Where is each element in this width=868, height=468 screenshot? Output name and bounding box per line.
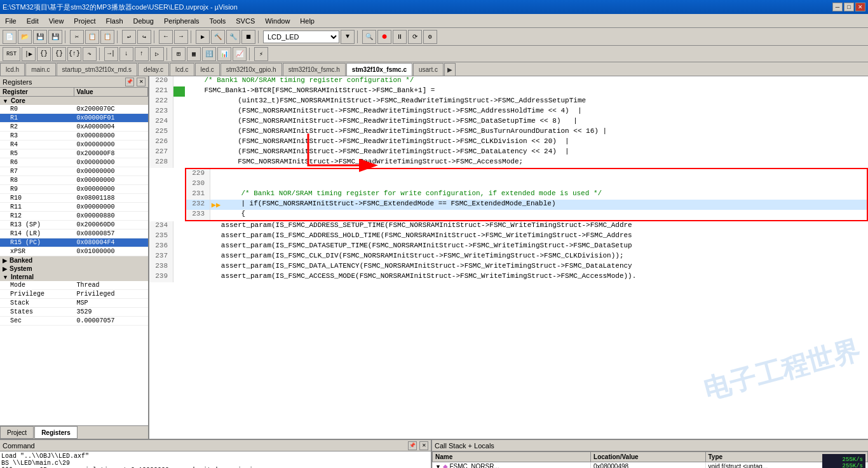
- speed-gauge-container: 255K/s 255K/s 73%: [822, 454, 865, 468]
- registers-pin-btn[interactable]: 📌: [125, 78, 134, 86]
- maximize-button[interactable]: □: [844, 3, 854, 11]
- cut-btn[interactable]: ✂: [70, 30, 84, 44]
- menu-file[interactable]: File: [0, 16, 22, 26]
- pause-btn[interactable]: ⏸: [393, 30, 407, 44]
- build-btn[interactable]: 🔨: [211, 30, 225, 44]
- menu-window[interactable]: Window: [260, 16, 295, 26]
- tb2-btn4[interactable]: {↑}: [67, 47, 81, 61]
- tb2-btn6[interactable]: ⊞: [172, 47, 186, 61]
- line-marker-235: [173, 231, 185, 242]
- stop-btn[interactable]: ⏹: [241, 30, 255, 44]
- line-content-239: assert_param(IS_FSMC_ACCESS_MODE(FSMC_NO…: [185, 272, 868, 282]
- paste-btn[interactable]: 📋: [100, 30, 114, 44]
- redo-btn[interactable]: ↪: [137, 30, 151, 44]
- save-btn[interactable]: 💾: [33, 30, 47, 44]
- tab-gpio[interactable]: stm32f10x_gpio.h: [220, 63, 282, 76]
- menu-tools[interactable]: Tools: [205, 16, 231, 26]
- tab-lcdh[interactable]: lcd.h: [0, 63, 25, 76]
- new-btn[interactable]: 📄: [3, 30, 17, 44]
- step-into-btn[interactable]: ↓: [119, 47, 133, 61]
- menu-project[interactable]: Project: [69, 16, 100, 26]
- expand-icon-fsmc1[interactable]: ▼: [435, 464, 441, 468]
- settings-btn[interactable]: ⚙: [423, 30, 437, 44]
- command-pin-btn[interactable]: 📌: [408, 441, 417, 450]
- tab-startup[interactable]: startup_stm32f10x_md.s: [57, 63, 138, 76]
- tb2-btn11[interactable]: ⚡: [254, 47, 268, 61]
- callstack-content[interactable]: Name Location/Value Type ▼ ◆ FSMC_NORSR.…: [432, 451, 868, 468]
- reg-r14-value: 0x08000857: [74, 230, 149, 238]
- tb2-btn9[interactable]: 📊: [217, 47, 231, 61]
- tb2-btn10[interactable]: 📈: [233, 47, 247, 61]
- reg-col-name: Register: [0, 88, 74, 96]
- tb2-btn5[interactable]: ↷: [83, 47, 97, 61]
- menu-help[interactable]: Help: [295, 16, 320, 26]
- line-marker-233: [210, 210, 222, 220]
- reg-group-system[interactable]: ▶ System: [0, 265, 148, 273]
- tab-lcdc[interactable]: lcd.c: [170, 63, 194, 76]
- tab-ledc[interactable]: led.c: [195, 63, 220, 76]
- close-button[interactable]: ✕: [855, 3, 865, 11]
- target-options-btn[interactable]: ▼: [341, 30, 355, 44]
- debug-btn[interactable]: ▶: [196, 30, 210, 44]
- rst-btn[interactable]: RST: [3, 47, 20, 61]
- reg-r15-value: 0x080004F4: [74, 238, 149, 247]
- tab-usart[interactable]: usart.c: [413, 63, 444, 76]
- save-all-btn[interactable]: 💾: [48, 30, 62, 44]
- tb2-btn8[interactable]: 🔢: [202, 47, 216, 61]
- run-to-cursor-btn[interactable]: ▷: [150, 47, 164, 61]
- tab-fsmcc[interactable]: stm32f10x_fsmc.c: [346, 63, 412, 76]
- tab-project[interactable]: Project: [0, 426, 34, 439]
- registers-panel: Registers 📌 ✕ Register Value ▼ Core R0 0…: [0, 76, 149, 439]
- reg-group-core[interactable]: ▼ Core: [0, 97, 148, 105]
- editor-area[interactable]: 220 /* Bank1 NOR/SRAM timing register co…: [149, 76, 868, 439]
- line-content-221: FSMC_Bank1->BTCR[FSMC_NORSRAMInitStruct-…: [185, 86, 868, 97]
- tab-fsmch[interactable]: stm32f10x_fsmc.h: [283, 63, 346, 76]
- reg-mode-name: Mode: [0, 281, 74, 289]
- reg-group-internal[interactable]: ▼ Internal: [0, 273, 148, 281]
- command-content[interactable]: Load "..\\OBJ\\LED.axf" BS \\LED\main.c\…: [0, 451, 431, 468]
- line-num-231: 231: [186, 189, 210, 200]
- code-line-229: 229: [186, 169, 867, 179]
- step-out-btn[interactable]: ↑: [135, 47, 149, 61]
- open-btn[interactable]: 📂: [18, 30, 32, 44]
- tb2-sep2: [166, 48, 169, 60]
- menu-svcs[interactable]: SVCS: [231, 16, 260, 26]
- undo-btn[interactable]: ↩: [122, 30, 136, 44]
- line-num-239: 239: [149, 272, 173, 282]
- reset-btn[interactable]: ⟳: [408, 30, 422, 44]
- command-title-bar: Command 📌 ✕: [0, 440, 431, 451]
- step-over-btn[interactable]: →|: [104, 47, 118, 61]
- sep4: [191, 31, 193, 43]
- rebuild-btn[interactable]: 🔧: [226, 30, 240, 44]
- menu-edit[interactable]: Edit: [22, 16, 44, 26]
- tab-more[interactable]: ▶: [444, 63, 456, 76]
- tab-registers[interactable]: Registers: [34, 426, 78, 439]
- tb2-btn1[interactable]: |▶: [22, 47, 36, 61]
- registers-close-btn[interactable]: ✕: [137, 78, 146, 86]
- search-btn[interactable]: 🔍: [362, 30, 376, 44]
- tab-mainc[interactable]: main.c: [25, 63, 55, 76]
- tb2-btn3[interactable]: {}: [52, 47, 66, 61]
- menu-view[interactable]: View: [44, 16, 69, 26]
- line-content-231: /* Bank1 NOR/SRAM timing register for wr…: [222, 189, 867, 200]
- banked-group-label: Banked: [10, 257, 32, 264]
- minimize-button[interactable]: ─: [832, 3, 843, 11]
- diamond-fsmc1: ◆: [443, 463, 448, 468]
- code-line-225: 225 (FSMC_NORSRAMInitStruct->FSMC_ReadWr…: [149, 127, 868, 137]
- line-marker-236: [173, 242, 185, 252]
- tab-delay[interactable]: delay.c: [138, 63, 169, 76]
- menu-flash[interactable]: Flash: [101, 16, 128, 26]
- tb2-btn7[interactable]: ▦: [187, 47, 201, 61]
- command-close-btn[interactable]: ✕: [419, 441, 428, 450]
- run-btn[interactable]: ●: [377, 30, 391, 44]
- reg-group-banked[interactable]: ▶ Banked: [0, 256, 148, 265]
- copy-btn[interactable]: 📋: [85, 30, 99, 44]
- reg-row-r0: R0 0x2000070C: [0, 105, 148, 114]
- menu-debug[interactable]: Debug: [128, 16, 159, 26]
- target-selector[interactable]: LCD_LED: [263, 31, 339, 43]
- nav-fwd-btn[interactable]: →: [174, 30, 188, 44]
- line-num-220: 220: [149, 76, 173, 86]
- tb2-btn2[interactable]: {}: [37, 47, 51, 61]
- menu-peripherals[interactable]: Peripherals: [159, 16, 205, 26]
- nav-back-btn[interactable]: ←: [159, 30, 173, 44]
